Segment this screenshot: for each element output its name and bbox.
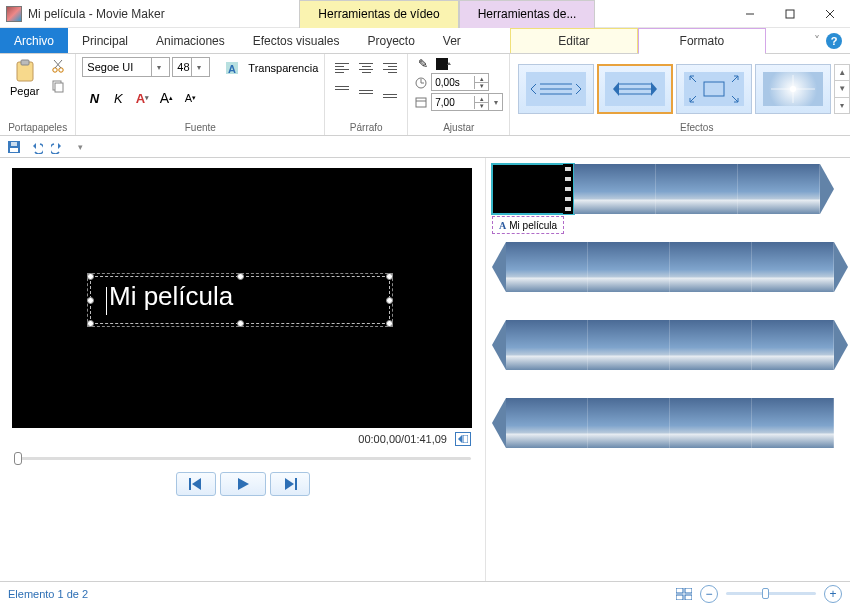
font-color-button[interactable]: A▾: [130, 87, 154, 109]
svg-point-7: [59, 68, 63, 72]
group-label-parrafo: Párrafo: [331, 121, 401, 135]
tab-animaciones[interactable]: Animaciones: [142, 28, 239, 53]
cut-button[interactable]: [47, 57, 69, 75]
resize-handle[interactable]: [237, 320, 244, 327]
zoom-out-button[interactable]: −: [700, 585, 718, 603]
clip-2[interactable]: [506, 242, 834, 292]
effects-scroll[interactable]: ▲▼▾: [834, 64, 850, 114]
effect-flare[interactable]: [755, 64, 831, 114]
tab-editar[interactable]: Editar: [510, 28, 638, 53]
minimize-button[interactable]: [730, 0, 770, 28]
quick-access-toolbar: ▾: [0, 136, 850, 158]
scrub-thumb[interactable]: [14, 452, 22, 465]
scrub-bar[interactable]: [12, 450, 473, 466]
save-button[interactable]: [6, 139, 22, 155]
italic-button[interactable]: K: [106, 87, 130, 109]
svg-text:A: A: [228, 63, 236, 75]
title-text[interactable]: Mi película: [109, 281, 233, 312]
resize-handle[interactable]: [87, 297, 94, 304]
resize-handle[interactable]: [386, 273, 393, 280]
group-label-efectos: Efectos: [516, 121, 850, 135]
tab-ver[interactable]: Ver: [429, 28, 475, 53]
svg-rect-1: [786, 10, 794, 18]
effect-scroll-2[interactable]: [597, 64, 673, 114]
svg-point-6: [53, 68, 57, 72]
resize-handle[interactable]: [386, 320, 393, 327]
align-right-button[interactable]: [379, 57, 401, 79]
align-left-button[interactable]: [331, 57, 353, 79]
video-preview[interactable]: Mi película: [12, 168, 472, 428]
clip-frame[interactable]: [574, 164, 656, 214]
valign-top-button[interactable]: [331, 81, 353, 103]
resize-handle[interactable]: [386, 297, 393, 304]
resize-handle[interactable]: [87, 320, 94, 327]
duration-icon: [414, 95, 428, 109]
shrink-font-button[interactable]: A▾: [178, 87, 202, 109]
clip-frame[interactable]: [656, 164, 738, 214]
svg-rect-32: [10, 148, 18, 152]
fullscreen-button[interactable]: [455, 432, 471, 446]
transparency-button[interactable]: A: [220, 57, 244, 79]
resize-handle[interactable]: [87, 273, 94, 280]
resize-handle[interactable]: [237, 273, 244, 280]
ribbon-collapse-icon[interactable]: ˅: [808, 28, 826, 53]
group-efectos: ▲▼▾ A ▾ Efectos: [510, 54, 850, 135]
play-button[interactable]: [220, 472, 266, 496]
bold-button[interactable]: N: [82, 87, 106, 109]
prev-frame-button[interactable]: [176, 472, 216, 496]
group-fuente: Segoe UI▾ 48▾ A Transparencia N K A▾ A▴ …: [76, 54, 325, 135]
title-chip[interactable]: AMi película: [492, 216, 564, 234]
spinner-up[interactable]: ▲: [474, 76, 488, 83]
align-center-button[interactable]: [355, 57, 377, 79]
font-size-select[interactable]: 48▾: [172, 57, 210, 77]
clip-frame[interactable]: [738, 164, 820, 214]
clip-1[interactable]: AMi película: [492, 164, 820, 214]
tab-efectos-visuales[interactable]: Efectos visuales: [239, 28, 354, 53]
svg-rect-36: [295, 478, 297, 490]
valign-bottom-button[interactable]: [379, 81, 401, 103]
effect-zoom[interactable]: [676, 64, 752, 114]
font-name-select[interactable]: Segoe UI▾: [82, 57, 170, 77]
spinner-up[interactable]: ▲: [474, 96, 488, 103]
redo-button[interactable]: [50, 139, 66, 155]
spinner-down[interactable]: ▼: [474, 103, 488, 109]
tab-proyecto[interactable]: Proyecto: [353, 28, 428, 53]
pegar-button[interactable]: Pegar: [6, 57, 43, 99]
text-cursor: [106, 287, 107, 315]
title-textbox[interactable]: Mi película: [90, 276, 390, 324]
zoom-thumb[interactable]: [762, 588, 769, 599]
maximize-button[interactable]: [770, 0, 810, 28]
context-tab-video[interactable]: Herramientas de vídeo: [299, 0, 458, 28]
chevron-down-icon[interactable]: ▾: [488, 94, 502, 110]
zoom-in-button[interactable]: +: [824, 585, 842, 603]
context-tab-text[interactable]: Herramientas de...: [459, 0, 596, 28]
start-time-input[interactable]: 0,00s▲▼: [431, 73, 489, 91]
duration-input[interactable]: 7,00▲▼▾: [431, 93, 503, 111]
undo-button[interactable]: [28, 139, 44, 155]
next-frame-button[interactable]: [270, 472, 310, 496]
clip-3[interactable]: [506, 320, 834, 370]
clip-4[interactable]: [506, 398, 834, 448]
tab-principal[interactable]: Principal: [68, 28, 142, 53]
tab-formato[interactable]: Formato: [638, 28, 766, 53]
effect-scroll-1[interactable]: [518, 64, 594, 114]
grow-font-button[interactable]: A▴: [154, 87, 178, 109]
svg-rect-37: [676, 588, 683, 593]
timeline[interactable]: AMi película: [485, 158, 850, 581]
thumbnail-view-icon[interactable]: [676, 588, 692, 600]
valign-middle-button[interactable]: [355, 81, 377, 103]
group-ajustar: ✎ 0,00s▲▼ 7,00▲▼▾ Ajustar: [408, 54, 510, 135]
copy-button[interactable]: [47, 77, 69, 95]
scroll-up-icon: ▲: [835, 65, 849, 81]
bgcolor-button[interactable]: [435, 57, 451, 71]
main-area: Mi película 00:00,00/01:41,09: [0, 158, 850, 581]
text-icon: A: [499, 220, 506, 231]
edit-color-icon[interactable]: ✎: [414, 57, 432, 71]
zoom-slider[interactable]: [726, 592, 816, 595]
close-button[interactable]: [810, 0, 850, 28]
clip-frame[interactable]: [492, 164, 574, 214]
spinner-down[interactable]: ▼: [474, 83, 488, 89]
qat-customize[interactable]: ▾: [72, 139, 88, 155]
help-icon[interactable]: ?: [826, 33, 842, 49]
tab-file[interactable]: Archivo: [0, 28, 68, 53]
